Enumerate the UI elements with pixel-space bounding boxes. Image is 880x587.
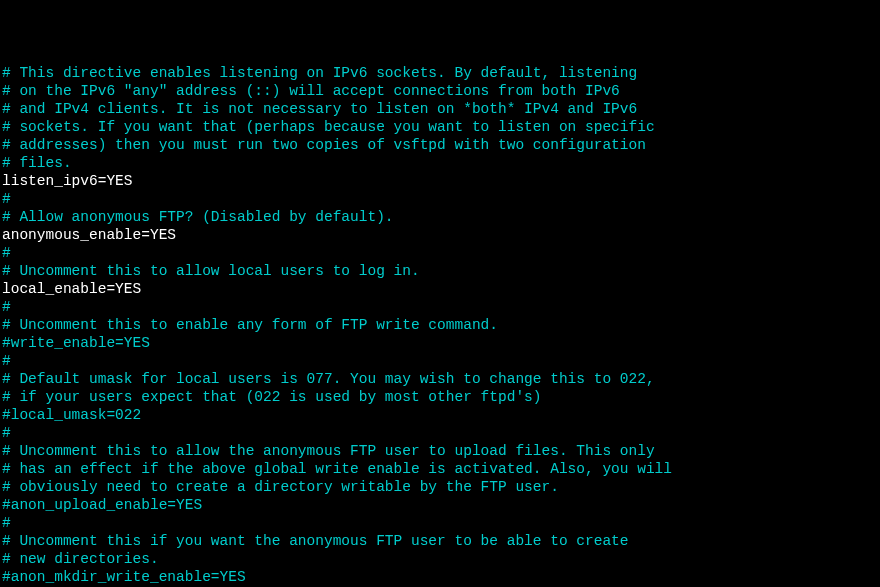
config-line-28: #anon_mkdir_write_enable=YES xyxy=(2,568,878,586)
config-line-11: # Uncomment this to allow local users to… xyxy=(2,262,878,280)
config-line-10: # xyxy=(2,244,878,262)
config-line-20: # xyxy=(2,424,878,442)
config-line-0: # This directive enables listening on IP… xyxy=(2,64,878,82)
config-line-26: # Uncomment this if you want the anonymo… xyxy=(2,532,878,550)
config-line-16: # xyxy=(2,352,878,370)
config-line-15: #write_enable=YES xyxy=(2,334,878,352)
config-line-5: # files. xyxy=(2,154,878,172)
config-line-17: # Default umask for local users is 077. … xyxy=(2,370,878,388)
config-line-7: # xyxy=(2,190,878,208)
config-line-25: # xyxy=(2,514,878,532)
config-file-editor[interactable]: # This directive enables listening on IP… xyxy=(2,64,878,587)
config-line-6: listen_ipv6=YES xyxy=(2,172,878,190)
config-line-21: # Uncomment this to allow the anonymous … xyxy=(2,442,878,460)
config-line-8: # Allow anonymous FTP? (Disabled by defa… xyxy=(2,208,878,226)
config-line-2: # and IPv4 clients. It is not necessary … xyxy=(2,100,878,118)
config-line-9: anonymous_enable=YES xyxy=(2,226,878,244)
config-line-13: # xyxy=(2,298,878,316)
config-line-12: local_enable=YES xyxy=(2,280,878,298)
config-line-18: # if your users expect that (022 is used… xyxy=(2,388,878,406)
config-line-1: # on the IPv6 "any" address (::) will ac… xyxy=(2,82,878,100)
config-line-23: # obviously need to create a directory w… xyxy=(2,478,878,496)
config-line-3: # sockets. If you want that (perhaps bec… xyxy=(2,118,878,136)
config-line-22: # has an effect if the above global writ… xyxy=(2,460,878,478)
config-line-24: #anon_upload_enable=YES xyxy=(2,496,878,514)
config-line-19: #local_umask=022 xyxy=(2,406,878,424)
config-line-14: # Uncomment this to enable any form of F… xyxy=(2,316,878,334)
config-line-4: # addresses) then you must run two copie… xyxy=(2,136,878,154)
config-line-27: # new directories. xyxy=(2,550,878,568)
